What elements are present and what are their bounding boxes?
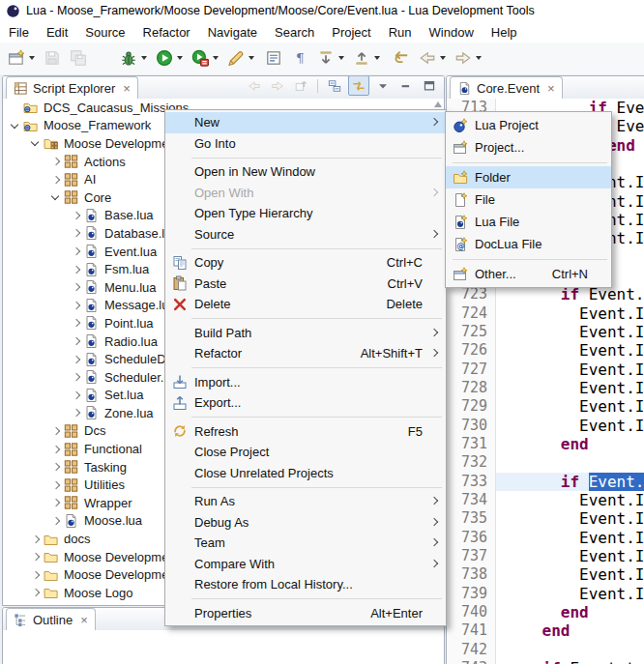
toolbar-button-save-icon[interactable] <box>42 46 63 70</box>
chevron-right-icon[interactable] <box>70 370 83 384</box>
menubar-item-run[interactable]: Run <box>380 22 421 43</box>
menu-item-import[interactable]: Import... <box>165 372 446 393</box>
menu-item-restore-from-local-history[interactable]: Restore from Local History... <box>165 574 446 595</box>
menu-item-file[interactable]: File <box>446 188 611 211</box>
view-button-maximize-icon[interactable] <box>420 76 439 95</box>
menu-item-compare-with[interactable]: Compare With <box>165 554 446 575</box>
chevron-right-icon[interactable] <box>70 263 83 276</box>
chevron-right-icon[interactable] <box>29 586 43 599</box>
chevron-right-icon[interactable] <box>70 280 83 294</box>
menu-item-close-unrelated-projects[interactable]: Close Unrelated Projects <box>165 463 446 484</box>
chevron-right-icon[interactable] <box>49 460 63 474</box>
chevron-right-icon[interactable] <box>49 514 63 528</box>
close-tab-icon[interactable]: × <box>123 82 131 95</box>
close-tab-icon[interactable]: × <box>547 82 555 95</box>
menu-item-project[interactable]: Project... <box>446 136 611 159</box>
dropdown-arrow-icon[interactable] <box>141 56 147 60</box>
menu-item-run-as[interactable]: Run As <box>165 491 446 512</box>
menu-item-go-into[interactable]: Go Into <box>165 133 446 155</box>
chevron-right-icon[interactable] <box>49 155 63 168</box>
menu-item-delete[interactable]: DeleteDelete <box>165 294 446 315</box>
chevron-right-icon[interactable] <box>29 533 43 546</box>
view-button-forward-icon[interactable] <box>268 76 287 95</box>
chevron-right-icon[interactable] <box>49 496 63 509</box>
menu-item-lua-project[interactable]: Lua Project <box>446 114 611 136</box>
chevron-right-icon[interactable] <box>70 353 83 366</box>
chevron-right-icon[interactable] <box>29 604 43 605</box>
dropdown-arrow-icon[interactable] <box>440 56 446 60</box>
menu-item-lua-file[interactable]: Lua File <box>446 211 611 233</box>
menu-item-other[interactable]: Other...Ctrl+N <box>446 263 611 285</box>
menu-item-open-in-new-window[interactable]: Open in New Window <box>165 161 446 183</box>
tab-outline[interactable]: Outline × <box>6 608 96 630</box>
view-button-up-icon[interactable] <box>291 76 310 95</box>
menu-item-folder[interactable]: Folder <box>446 166 611 188</box>
dropdown-arrow-icon[interactable] <box>177 56 183 60</box>
dropdown-arrow-icon[interactable] <box>29 56 35 60</box>
chevron-right-icon[interactable] <box>29 550 43 563</box>
menubar-item-project[interactable]: Project <box>323 22 379 43</box>
chevron-down-icon[interactable] <box>49 190 63 204</box>
tab-script-explorer[interactable]: Script Explorer × <box>6 76 138 99</box>
menu-item-doclua-file[interactable]: @DocLua File <box>446 233 611 255</box>
chevron-right-icon[interactable] <box>70 406 83 419</box>
menu-item-build-path[interactable]: Build Path <box>165 323 446 344</box>
chevron-right-icon[interactable] <box>70 316 83 330</box>
menubar-item-help[interactable]: Help <box>483 22 526 43</box>
chevron-down-icon[interactable] <box>29 136 43 150</box>
menu-item-new[interactable]: New <box>165 112 446 133</box>
chevron-right-icon[interactable] <box>49 424 63 438</box>
menu-item-refresh[interactable]: RefreshF5 <box>165 421 446 443</box>
toolbar-button-previous-annotation-icon[interactable] <box>351 46 382 70</box>
chevron-right-icon[interactable] <box>49 173 63 187</box>
menubar-item-edit[interactable]: Edit <box>38 22 76 43</box>
toolbar-button-show-whitespace-icon[interactable]: ¶ <box>289 46 310 70</box>
menu-item-debug-as[interactable]: Debug As <box>165 512 446 534</box>
menu-item-open-type-hierarchy[interactable]: Open Type Hierarchy <box>165 203 446 224</box>
dropdown-arrow-icon[interactable] <box>249 56 254 60</box>
toolbar-button-last-edit-location-icon[interactable] <box>391 46 412 70</box>
chevron-right-icon[interactable] <box>70 245 83 258</box>
chevron-right-icon[interactable] <box>70 209 83 222</box>
menu-item-open-with[interactable]: Open With <box>165 183 446 204</box>
menubar-item-window[interactable]: Window <box>421 22 483 43</box>
chevron-right-icon[interactable] <box>29 568 43 582</box>
menu-item-team[interactable]: Team <box>165 533 446 554</box>
dropdown-arrow-icon[interactable] <box>374 56 380 60</box>
toolbar-button-forward-icon[interactable] <box>453 46 483 70</box>
menu-item-paste[interactable]: PasteCtrl+V <box>165 274 446 295</box>
toolbar-button-highlighter-icon[interactable] <box>225 46 256 70</box>
menu-item-refactor[interactable]: RefactorAlt+Shift+T <box>165 343 446 364</box>
menu-item-copy[interactable]: CopyCtrl+C <box>165 252 446 274</box>
toolbar-button-next-annotation-icon[interactable] <box>315 46 346 70</box>
tab-core-event[interactable]: Core.Event × <box>450 76 563 99</box>
view-button-back-icon[interactable] <box>245 76 264 95</box>
toolbar-button-run-icon[interactable] <box>154 46 185 70</box>
dropdown-arrow-icon[interactable] <box>476 56 482 60</box>
chevron-right-icon[interactable] <box>70 226 83 240</box>
view-button-collapse-all-icon[interactable] <box>325 76 344 95</box>
menu-item-export[interactable]: Export... <box>165 392 446 414</box>
close-tab-icon[interactable]: × <box>80 614 88 626</box>
view-button-minimize-icon[interactable] <box>396 76 416 95</box>
menubar-item-search[interactable]: Search <box>266 22 323 43</box>
menu-item-properties[interactable]: PropertiesAlt+Enter <box>165 603 446 624</box>
toolbar-button-save-all-icon[interactable] <box>68 46 89 70</box>
view-button-view-menu-icon[interactable] <box>373 76 393 95</box>
menu-item-close-project[interactable]: Close Project <box>165 442 446 463</box>
chevron-down-icon[interactable] <box>9 119 22 132</box>
chevron-right-icon[interactable] <box>70 299 83 312</box>
dropdown-arrow-icon[interactable] <box>338 56 344 60</box>
dropdown-arrow-icon[interactable] <box>213 56 219 60</box>
toolbar-button-debug-icon[interactable] <box>118 46 149 70</box>
menubar-item-file[interactable]: File <box>0 22 38 43</box>
menu-item-source[interactable]: Source <box>165 224 446 245</box>
menubar-item-source[interactable]: Source <box>76 22 133 43</box>
view-button-link-with-editor-icon[interactable] <box>348 75 369 96</box>
scrollbar-up-icon[interactable] <box>434 101 442 107</box>
chevron-right-icon[interactable] <box>49 478 63 492</box>
toolbar-button-new-wizard-icon[interactable] <box>6 46 37 70</box>
chevron-right-icon[interactable] <box>70 334 83 348</box>
menubar-item-refactor[interactable]: Refactor <box>134 22 199 43</box>
toolbar-button-console-icon[interactable] <box>263 46 284 70</box>
